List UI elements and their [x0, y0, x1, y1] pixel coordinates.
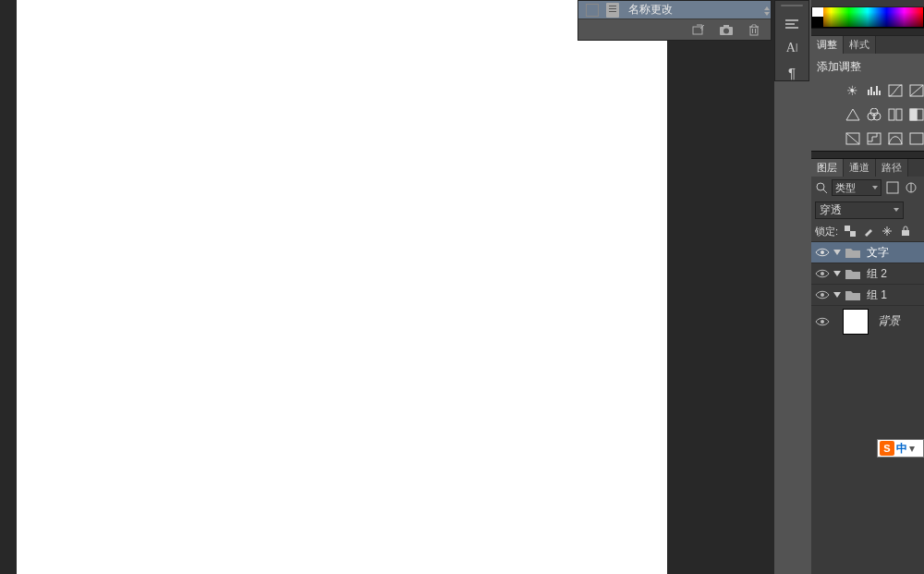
- layer-list: 文字 组 2 组 1 背景: [811, 241, 924, 336]
- exposure-icon[interactable]: [908, 82, 924, 99]
- note-checkbox[interactable]: [586, 4, 599, 17]
- color-spectrum[interactable]: [811, 7, 924, 28]
- lock-row: 锁定:: [811, 221, 924, 241]
- notes-row[interactable]: 名称更改: [578, 1, 771, 19]
- disclosure-icon[interactable]: [833, 271, 841, 276]
- notes-toolbar: [578, 19, 771, 40]
- svg-rect-15: [868, 133, 881, 144]
- chevron-down-icon: [894, 208, 899, 212]
- threshold-icon[interactable]: [887, 130, 903, 147]
- adjustments-tabs: 调整 样式: [811, 35, 924, 54]
- curves-icon[interactable]: [887, 82, 903, 99]
- add-note-icon[interactable]: [691, 23, 706, 36]
- disclosure-icon[interactable]: [833, 292, 841, 298]
- document-canvas[interactable]: [17, 0, 667, 574]
- svg-point-24: [821, 250, 824, 254]
- tab-styles[interactable]: 样式: [844, 36, 876, 54]
- tab-adjustments[interactable]: 调整: [811, 36, 844, 54]
- ime-indicator[interactable]: S 中 ▾: [877, 439, 924, 458]
- brightness-icon[interactable]: ☀: [845, 82, 860, 99]
- adjustments-row-2: [811, 103, 924, 127]
- filter-pixel-icon[interactable]: [885, 180, 900, 195]
- note-filename: 名称更改: [628, 2, 673, 18]
- blend-mode-select[interactable]: 穿透: [815, 202, 904, 219]
- folder-icon: [845, 246, 861, 259]
- align-lines-icon[interactable]: [783, 18, 801, 31]
- panel-collapse-handle[interactable]: [764, 1, 772, 21]
- layer-name: 背景: [878, 313, 900, 329]
- ime-lang-label: 中: [896, 441, 907, 457]
- layer-name: 组 1: [867, 287, 887, 303]
- lock-paint-icon[interactable]: [862, 225, 875, 238]
- svg-point-18: [817, 183, 824, 190]
- layer-item-group1[interactable]: 组 1: [811, 284, 924, 305]
- collapsed-panel-strip: A| ¶: [774, 0, 809, 81]
- layer-item-group2[interactable]: 组 2: [811, 263, 924, 284]
- visibility-icon[interactable]: [811, 289, 833, 300]
- filter-type-select[interactable]: 类型: [832, 179, 881, 196]
- adjustments-row-3: [811, 127, 924, 151]
- svg-rect-10: [889, 109, 894, 120]
- strip-handle[interactable]: [781, 5, 803, 6]
- visibility-icon[interactable]: [811, 247, 833, 258]
- layer-item-text-group[interactable]: 文字: [811, 241, 924, 263]
- filter-type-label: 类型: [835, 181, 856, 195]
- visibility-icon[interactable]: [811, 268, 833, 279]
- svg-rect-13: [910, 109, 917, 120]
- vibrance-icon[interactable]: [845, 106, 860, 123]
- tab-layers[interactable]: 图层: [811, 159, 844, 177]
- page-icon: [606, 3, 619, 18]
- svg-point-25: [821, 272, 824, 275]
- swatches-header: [811, 0, 924, 7]
- tab-channels[interactable]: 通道: [844, 159, 876, 177]
- lock-all-icon[interactable]: [899, 225, 912, 238]
- ime-logo-icon: S: [880, 441, 894, 456]
- paragraph-panel-icon[interactable]: ¶: [783, 65, 801, 80]
- layer-item-background[interactable]: 背景: [811, 305, 924, 336]
- blend-mode-row: 穿透: [811, 199, 924, 221]
- tab-paths[interactable]: 路径: [876, 159, 908, 177]
- levels-icon[interactable]: [866, 82, 881, 99]
- hue-sat-icon[interactable]: [866, 106, 881, 123]
- blend-mode-value: 穿透: [820, 202, 842, 218]
- layer-name: 文字: [867, 245, 889, 261]
- folder-icon: [845, 288, 861, 301]
- lock-transparent-icon[interactable]: [844, 225, 857, 238]
- layers-tabs: 图层 通道 路径: [811, 158, 924, 177]
- svg-rect-22: [850, 231, 856, 237]
- svg-point-2: [723, 29, 729, 34]
- adjustments-title: 添加调整: [811, 54, 924, 79]
- svg-rect-17: [910, 133, 923, 144]
- spectrum-bw-column[interactable]: [812, 7, 823, 27]
- layer-name: 组 2: [867, 266, 887, 282]
- lock-label: 锁定:: [815, 225, 838, 238]
- ime-dropdown-icon[interactable]: ▾: [909, 442, 915, 455]
- svg-rect-23: [902, 230, 909, 236]
- trash-icon[interactable]: [747, 23, 761, 36]
- disclosure-icon[interactable]: [833, 250, 841, 255]
- posterize-icon[interactable]: [866, 130, 881, 147]
- filter-adjust-icon[interactable]: [904, 180, 918, 195]
- svg-point-27: [821, 320, 824, 324]
- svg-point-26: [821, 293, 824, 297]
- camera-icon[interactable]: [719, 23, 734, 36]
- lock-position-icon[interactable]: [881, 225, 894, 238]
- svg-rect-3: [723, 25, 729, 28]
- search-icon: [815, 181, 828, 194]
- svg-rect-21: [845, 226, 850, 231]
- character-panel-icon[interactable]: A|: [783, 41, 801, 55]
- invert-icon[interactable]: [845, 130, 860, 147]
- notes-panel: 名称更改: [578, 0, 772, 41]
- svg-rect-4: [750, 27, 758, 35]
- layer-thumbnail[interactable]: [843, 309, 869, 335]
- folder-icon: [845, 267, 861, 280]
- chevron-down-icon: [872, 186, 878, 189]
- color-balance-icon[interactable]: [887, 106, 903, 123]
- visibility-icon[interactable]: [811, 316, 833, 327]
- gradient-map-icon[interactable]: [908, 130, 924, 147]
- layer-filter-row: 类型: [811, 177, 924, 199]
- bw-icon[interactable]: [908, 106, 924, 123]
- right-panels-column: 调整 样式 添加调整 ☀ 图层 通道 路径 类型: [811, 0, 924, 574]
- adjustments-row-1: ☀: [811, 79, 924, 103]
- svg-rect-19: [887, 182, 898, 193]
